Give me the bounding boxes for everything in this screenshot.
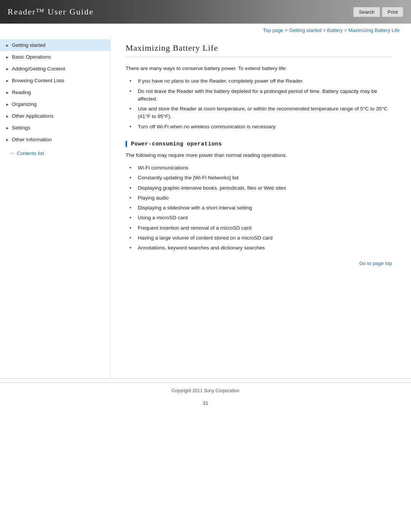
arrow-right-icon: → <box>9 150 14 156</box>
sidebar-item-label: Reading <box>12 89 31 95</box>
sidebar-item-label: Organizing <box>12 101 37 107</box>
breadcrumb: Top page > Getting started > Battery > M… <box>0 24 411 35</box>
list-item: Constantly updating the [Wi-Fi Networks]… <box>129 173 392 183</box>
sidebar-item-reading[interactable]: ► Reading <box>0 86 110 98</box>
section-heading: Power-consuming operations <box>126 141 392 147</box>
contents-list-label: Contents list <box>17 150 44 156</box>
list-item: Do not leave the Reader with the battery… <box>129 86 392 104</box>
main-content: Maximizing Battery Life There are many w… <box>110 35 411 378</box>
chevron-icon: ► <box>5 126 10 130</box>
search-button[interactable]: Search <box>353 7 380 17</box>
list-item: Displaying graphic-intensive books, peri… <box>129 183 392 193</box>
chevron-icon: ► <box>5 43 10 48</box>
sidebar-item-organizing[interactable]: ► Organizing <box>0 98 110 110</box>
sidebar-item-label: Adding/Getting Content <box>12 66 65 72</box>
chevron-icon: ► <box>5 114 10 118</box>
intro-bullet-list: If you have no plans to use the Reader, … <box>129 76 392 132</box>
sidebar-item-label: Other Applications <box>12 113 54 119</box>
chevron-icon: ► <box>5 78 10 83</box>
chevron-icon: ► <box>5 102 10 107</box>
section-intro: The following may require more power tha… <box>126 152 392 159</box>
list-item: Playing audio <box>129 193 392 203</box>
header-buttons: Search Print <box>353 7 403 17</box>
list-item: Annotations, keyword searches and dictio… <box>129 243 392 253</box>
sidebar-item-settings[interactable]: ► Settings <box>0 122 110 134</box>
chevron-icon: ► <box>5 137 10 142</box>
breadcrumb-current[interactable]: Maximizing Battery Life <box>349 27 400 33</box>
copyright-text: Copyright 2011 Sony Corporation <box>172 388 239 393</box>
page-header: Reader™ User Guide Search Print <box>0 0 411 24</box>
list-item: Use and store the Reader at room tempera… <box>129 104 392 122</box>
section-bullet-list: Wi-Fi communications Constantly updating… <box>129 163 392 253</box>
list-item: Wi-Fi communications <box>129 163 392 173</box>
main-layout: ► Getting started ► Basic Operations ► A… <box>0 35 411 378</box>
sidebar-item-basic-operations[interactable]: ► Basic Operations <box>0 51 110 63</box>
page-title: Maximizing Battery Life <box>126 43 392 57</box>
go-to-top: Go to page top <box>126 260 392 266</box>
intro-text: There are many ways to conserve battery … <box>126 65 392 72</box>
sidebar-item-label: Other Information <box>12 137 52 142</box>
sidebar-item-label: Getting started <box>12 42 46 48</box>
list-item: Displaying a slideshow with a short inte… <box>129 203 392 213</box>
list-item: Having a large volume of content stored … <box>129 233 392 243</box>
chevron-icon: ► <box>5 90 10 95</box>
sidebar-item-getting-started[interactable]: ► Getting started <box>0 39 110 51</box>
footer: Copyright 2011 Sony Corporation <box>0 382 411 396</box>
chevron-icon: ► <box>5 55 10 59</box>
chevron-icon: ► <box>5 67 10 71</box>
app-title: Reader™ User Guide <box>8 7 94 17</box>
sidebar: ► Getting started ► Basic Operations ► A… <box>0 35 110 378</box>
list-item: Frequent insertion and removal of a micr… <box>129 223 392 233</box>
breadcrumb-getting-started[interactable]: Getting started <box>289 27 321 33</box>
sidebar-item-label: Basic Operations <box>12 54 51 60</box>
breadcrumb-top[interactable]: Top page <box>263 27 284 33</box>
go-to-top-link[interactable]: Go to page top <box>359 260 392 266</box>
sidebar-item-browsing-content[interactable]: ► Browsing Content Lists <box>0 75 110 86</box>
sidebar-item-other-applications[interactable]: ► Other Applications <box>0 110 110 122</box>
sidebar-item-other-information[interactable]: ► Other Information <box>0 134 110 145</box>
page-number: 31 <box>0 400 411 414</box>
sidebar-item-label: Settings <box>12 125 30 131</box>
list-item: Turn off Wi-Fi when no wireless communic… <box>129 122 392 132</box>
list-item: If you have no plans to use the Reader, … <box>129 76 392 86</box>
print-button[interactable]: Print <box>382 7 403 17</box>
sidebar-item-adding-content[interactable]: ► Adding/Getting Content <box>0 63 110 75</box>
contents-list-link[interactable]: → Contents list <box>0 145 110 159</box>
sidebar-item-label: Browsing Content Lists <box>12 78 64 83</box>
list-item: Using a microSD card <box>129 213 392 223</box>
breadcrumb-battery[interactable]: Battery <box>327 27 343 33</box>
